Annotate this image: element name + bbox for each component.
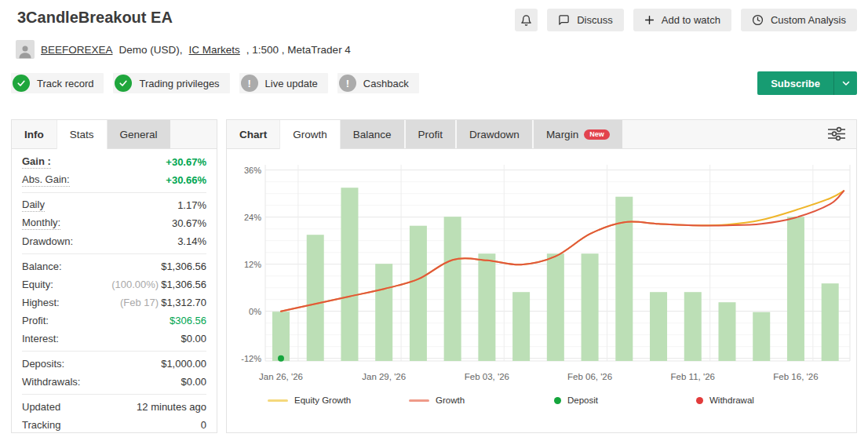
notifications-button[interactable] xyxy=(515,9,538,31)
tab-chart[interactable]: Chart xyxy=(227,120,279,148)
sliders-icon xyxy=(828,126,845,144)
stat-tracking: Tracking 0 xyxy=(22,416,206,434)
svg-text:12%: 12% xyxy=(244,260,261,269)
equity-growth-swatch xyxy=(268,399,288,402)
legend-growth[interactable]: Growth xyxy=(409,395,465,405)
tab-growth[interactable]: Growth xyxy=(279,120,341,149)
exclamation-icon: ! xyxy=(241,75,258,92)
svg-text:0%: 0% xyxy=(249,307,261,316)
legend-deposit[interactable]: Deposit xyxy=(554,395,598,405)
bar-Jan 29 xyxy=(375,264,392,361)
tab-drawdown[interactable]: Drawdown xyxy=(457,120,532,148)
chart-settings-button[interactable] xyxy=(826,126,847,144)
divider xyxy=(22,394,206,395)
bar-Feb 06 xyxy=(582,253,599,361)
divider xyxy=(22,351,206,352)
custom-analysis-button[interactable]: Custom Analysis xyxy=(741,9,857,31)
discuss-label: Discuss xyxy=(577,14,613,26)
chevron-down-icon[interactable] xyxy=(833,71,857,95)
discuss-button[interactable]: Discuss xyxy=(547,9,624,31)
avatar xyxy=(16,40,35,59)
badge-label: Track record xyxy=(37,78,93,89)
bell-icon xyxy=(520,14,532,27)
bar-Jan 27 xyxy=(307,235,324,361)
chart-legend: Equity Growth Growth Deposit Withdrawal xyxy=(227,395,856,411)
badge-label: Trading privileges xyxy=(139,78,219,89)
growth-chart-svg[interactable]: 36%24%12%0%-12%Jan 26, '26Jan 29, '26Feb… xyxy=(227,149,856,392)
badge-label: Live update xyxy=(265,78,318,89)
subscribe-label[interactable]: Subscribe xyxy=(757,71,833,95)
bar-Jan 30 xyxy=(410,226,427,361)
bar-Feb 16 xyxy=(787,217,804,361)
new-badge: New xyxy=(584,129,610,140)
top-actions: Discuss Add to watch Custom Analysis xyxy=(515,9,857,31)
chart-tabs: Chart Growth Balance Profit Drawdown Mar… xyxy=(227,120,856,149)
stat-monthly: Monthly: 30.67% xyxy=(22,214,206,232)
subscribe-button[interactable]: Subscribe xyxy=(757,71,857,95)
stat-equity: Equity: (100.00%)$1,306.56 xyxy=(22,275,206,293)
bar-Feb 03 xyxy=(478,253,495,361)
clock-icon xyxy=(752,14,764,26)
bar-Feb 11 xyxy=(684,292,702,361)
badge-track-record: Track record xyxy=(11,73,104,93)
svg-text:Feb 11, '26: Feb 11, '26 xyxy=(671,372,715,381)
svg-text:-12%: -12% xyxy=(241,354,261,363)
growth-chart[interactable]: 36%24%12%0%-12%Jan 26, '26Jan 29, '26Feb… xyxy=(227,149,856,432)
badge-label: Cashback xyxy=(363,78,409,89)
account-type: Demo (USD), xyxy=(119,44,183,56)
stat-withdrawals: Withdrawals: $0.00 xyxy=(22,373,206,391)
tab-margin[interactable]: Margin New xyxy=(534,120,622,148)
legend-withdrawal[interactable]: Withdrawal xyxy=(696,395,754,405)
stat-drawdown: Drawdown: 3.14% xyxy=(22,232,206,250)
stat-deposits: Deposits: $1,000.00 xyxy=(22,355,206,373)
tab-stats[interactable]: Stats xyxy=(57,120,108,149)
bar-Feb 02 xyxy=(444,217,461,361)
bar-Feb 17 xyxy=(822,283,839,361)
bar-Feb 13 xyxy=(753,312,770,361)
svg-text:36%: 36% xyxy=(244,166,261,175)
deposit-marker xyxy=(278,355,284,362)
tab-balance[interactable]: Balance xyxy=(341,120,404,148)
divider xyxy=(22,192,206,193)
verification-badges: Track record Trading privileges ! Live u… xyxy=(11,73,419,93)
add-to-watch-label: Add to watch xyxy=(662,14,720,26)
badge-cashback: ! Cashback xyxy=(337,73,419,93)
bar-Jan 26 xyxy=(272,312,290,361)
tab-profit[interactable]: Profit xyxy=(406,120,456,148)
growth-swatch xyxy=(409,399,429,402)
user-link[interactable]: BEEFOREXEA xyxy=(41,44,113,56)
speech-bubble-icon xyxy=(558,14,570,26)
broker-link[interactable]: IC Markets xyxy=(189,44,240,56)
svg-text:Jan 29, '26: Jan 29, '26 xyxy=(362,372,406,381)
plus-icon xyxy=(644,15,655,25)
svg-text:Feb 06, '26: Feb 06, '26 xyxy=(567,372,612,381)
badge-trading-privileges: Trading privileges xyxy=(113,73,229,93)
tab-info[interactable]: Info xyxy=(12,120,57,148)
add-to-watch-button[interactable]: Add to watch xyxy=(633,9,731,31)
stat-highest: Highest: (Feb 17)$1,312.70 xyxy=(22,293,206,312)
exclamation-icon: ! xyxy=(339,75,356,92)
stat-profit: Profit: $306.56 xyxy=(22,312,206,330)
stats-list: Gain : +30.67% Abs. Gain: +30.66% Daily … xyxy=(12,149,217,437)
stat-balance: Balance: $1,306.56 xyxy=(22,257,206,275)
bar-Jan 28 xyxy=(341,188,358,361)
withdrawal-dot-icon xyxy=(696,397,703,404)
check-icon xyxy=(115,75,132,92)
tab-general[interactable]: General xyxy=(108,120,170,148)
custom-analysis-label: Custom Analysis xyxy=(771,14,846,26)
stat-daily: Daily 1.17% xyxy=(22,196,206,214)
stat-updated: Updated 12 minutes ago xyxy=(22,398,206,416)
page-title: 3CandleBreakout EA xyxy=(17,9,173,27)
legend-equity-growth[interactable]: Equity Growth xyxy=(268,395,351,405)
svg-text:24%: 24% xyxy=(244,213,261,222)
svg-text:Jan 26, '26: Jan 26, '26 xyxy=(259,372,303,381)
account-meta: BEEFOREXEA Demo (USD), IC Markets , 1:50… xyxy=(16,40,351,59)
check-icon xyxy=(13,75,30,92)
stat-interest: Interest: $0.00 xyxy=(22,330,206,348)
account-leverage-platform: , 1:500 , MetaTrader 4 xyxy=(246,44,351,56)
svg-text:Feb 03, '26: Feb 03, '26 xyxy=(465,372,509,381)
bar-Feb 12 xyxy=(718,302,735,361)
bar-Feb 05 xyxy=(547,253,564,361)
chart-panel: Chart Growth Balance Profit Drawdown Mar… xyxy=(226,119,857,433)
divider xyxy=(22,253,206,254)
